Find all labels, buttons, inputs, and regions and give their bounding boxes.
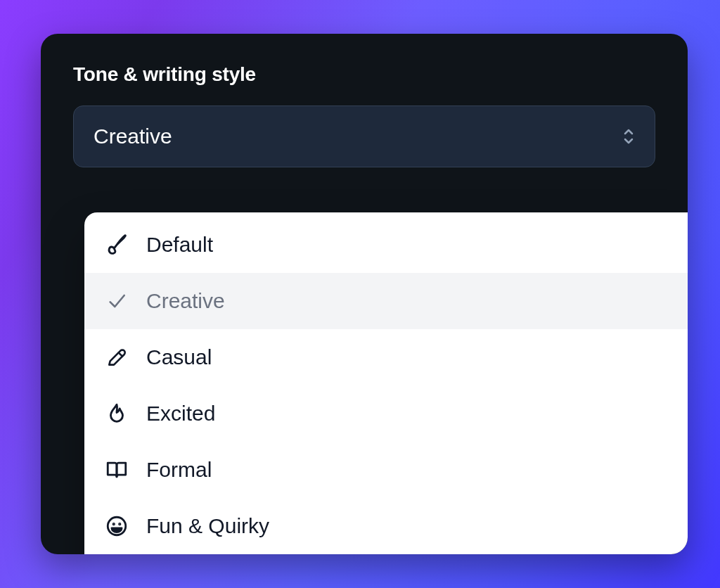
tone-dropdown: Default Creative Casual xyxy=(84,212,688,554)
option-label: Excited xyxy=(146,402,215,426)
tone-option-excited[interactable]: Excited xyxy=(84,385,688,442)
tone-option-default[interactable]: Default xyxy=(84,217,688,273)
brush-icon xyxy=(104,232,129,257)
smiley-icon xyxy=(104,513,129,539)
svg-point-1 xyxy=(113,523,114,524)
option-label: Fun & Quirky xyxy=(146,514,269,538)
flame-icon xyxy=(104,401,129,426)
chevron-up-down-icon xyxy=(622,129,635,144)
svg-point-2 xyxy=(120,523,120,524)
tone-option-formal[interactable]: Formal xyxy=(84,442,688,498)
option-label: Creative xyxy=(146,289,225,313)
option-label: Casual xyxy=(146,345,212,369)
pencil-icon xyxy=(104,345,129,370)
select-value: Creative xyxy=(94,124,172,148)
tone-option-casual[interactable]: Casual xyxy=(84,329,688,385)
tone-card: Tone & writing style Creative N Default xyxy=(41,34,688,554)
option-label: Default xyxy=(146,233,213,257)
check-icon xyxy=(104,288,129,314)
tone-option-creative[interactable]: Creative xyxy=(84,273,688,329)
tone-select[interactable]: Creative xyxy=(73,106,655,167)
section-label: Tone & writing style xyxy=(73,63,655,86)
tone-option-fun[interactable]: Fun & Quirky xyxy=(84,498,688,554)
book-icon xyxy=(104,457,129,482)
option-label: Formal xyxy=(146,458,212,482)
